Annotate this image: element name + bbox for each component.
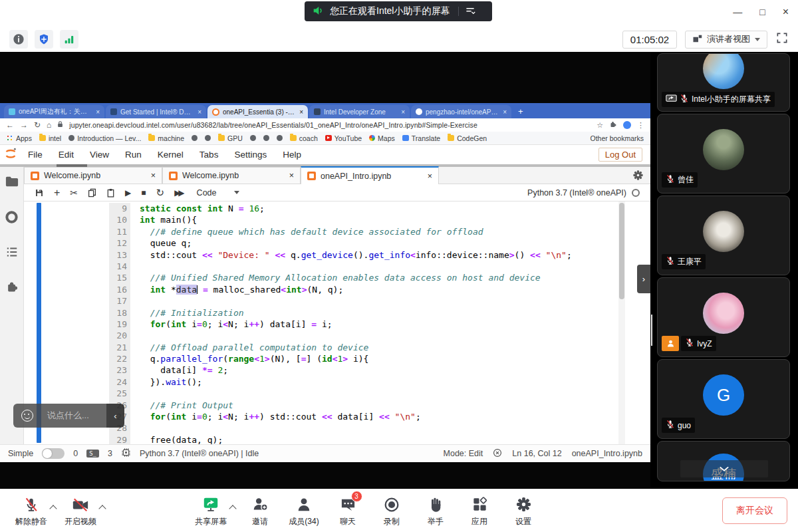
close-tab-icon[interactable]: × [198, 108, 201, 116]
toolbar-record-button[interactable]: 录制 [372, 495, 411, 527]
simple-mode-toggle[interactable] [42, 448, 65, 459]
star-icon[interactable]: ☆ [597, 121, 603, 130]
menu-dots-icon[interactable]: ⋮ [637, 121, 644, 130]
emoji-icon[interactable] [21, 410, 33, 422]
restart-icon[interactable]: ↻ [156, 187, 165, 199]
bookmark-item[interactable]: Maps [369, 134, 395, 142]
notebook-tab[interactable]: Welcome.ipynb× [24, 167, 162, 184]
close-button[interactable]: × [783, 6, 789, 18]
kernel-name[interactable]: Python 3.7 (Intel® oneAPI) [527, 188, 640, 198]
maximize-button[interactable]: □ [759, 7, 765, 17]
bookmark-item[interactable] [192, 135, 198, 141]
menu-file[interactable]: File [20, 150, 51, 160]
other-bookmarks[interactable]: Other bookmarks [590, 134, 644, 142]
save-icon[interactable] [35, 188, 44, 198]
bookmark-item[interactable] [250, 135, 256, 141]
close-tab-icon[interactable]: × [401, 108, 405, 116]
browser-tab[interactable]: pengzhao-intel/oneAPI_course:× [411, 105, 511, 118]
toolbar-video-button[interactable]: 开启视频 [61, 495, 100, 527]
file-browser-icon[interactable] [5, 175, 19, 191]
toolbar-members-button[interactable]: 成员(34) [285, 495, 323, 527]
bookmark-item[interactable] [205, 135, 211, 141]
logout-button[interactable]: Log Out [598, 148, 642, 162]
extensions-icon[interactable] [609, 120, 617, 130]
url-text[interactable]: jupyter.oneapi.devcloud.intel.com/user/u… [69, 121, 477, 129]
paste-icon[interactable] [106, 188, 115, 198]
new-tab-button[interactable]: + [518, 106, 523, 116]
right-panel-expander[interactable]: › [637, 265, 650, 293]
menu-help[interactable]: Help [275, 150, 309, 160]
reload-icon[interactable]: ↻ [34, 120, 41, 130]
notifications-icon[interactable] [493, 448, 502, 460]
close-tab-icon[interactable]: × [151, 171, 156, 180]
shield-plus-icon[interactable] [35, 30, 53, 49]
settings-gear-icon[interactable] [632, 170, 644, 184]
bookmark-item[interactable]: machine [148, 134, 184, 142]
bookmark-item[interactable]: Translate [402, 134, 440, 142]
menu-run[interactable]: Run [117, 150, 150, 160]
bookmark-item[interactable]: GPU [218, 134, 243, 142]
scroll-more-indicator[interactable] [680, 460, 768, 477]
toolbar-invite-button[interactable]: 邀请 [241, 495, 279, 527]
bookmark-item[interactable] [277, 135, 283, 141]
notebook-tab[interactable]: oneAPI_Intro.ipynb× [301, 166, 439, 184]
chat-collapse-button[interactable]: ‹ [106, 404, 124, 428]
home-icon[interactable]: ⌂ [47, 120, 51, 130]
back-icon[interactable]: ← [6, 120, 14, 130]
menu-kernel[interactable]: Kernel [150, 150, 192, 160]
cut-icon[interactable]: ✂ [70, 188, 78, 198]
close-tab-icon[interactable]: × [503, 108, 507, 116]
toolbar-chat-button[interactable]: 3聊天 [329, 495, 367, 527]
close-tab-icon[interactable]: × [428, 172, 432, 181]
bookmark-item[interactable]: coach [290, 134, 318, 142]
vertical-scrollbar-thumb[interactable] [619, 203, 624, 299]
cell-type-dropdown[interactable]: Code [197, 188, 239, 198]
stop-icon[interactable]: ■ [141, 188, 146, 198]
browser-tab[interactable]: Get Started | Intel® DevCloud× [106, 105, 206, 118]
toolbar-mute-button[interactable]: 解除静音 [12, 495, 51, 527]
view-mode-select[interactable]: 演讲者视图 [685, 31, 767, 49]
info-icon[interactable] [9, 30, 28, 49]
participant-tile[interactable]: 曾佳 [657, 114, 790, 194]
run-all-icon[interactable]: ▶▶ [174, 188, 182, 198]
participant-tile[interactable]: Intel小助手的屏幕共享 [657, 53, 790, 112]
browser-tab[interactable]: Intel Developer Zone× [309, 105, 410, 118]
bookmark-item[interactable]: YouTube [325, 134, 362, 142]
leave-meeting-button[interactable]: 离开会议 [722, 497, 787, 524]
commands-list-icon[interactable] [5, 246, 19, 261]
chat-input[interactable]: 说点什么... [13, 404, 106, 428]
extensions-puzzle-icon[interactable] [5, 280, 19, 296]
toolbar-share-button[interactable]: 共享屏幕 [192, 495, 230, 527]
bookmark-item[interactable]: CodeGen [448, 134, 487, 142]
fullscreen-icon[interactable] [775, 31, 789, 47]
notebook-tab[interactable]: Welcome.ipynb× [162, 167, 301, 184]
close-tab-icon[interactable]: × [299, 108, 303, 116]
participant-tile[interactable]: 王康平 [657, 196, 790, 275]
bookmark-item[interactable]: Apps [7, 134, 32, 142]
profile-avatar[interactable] [623, 121, 631, 129]
participant-tile[interactable]: 盛楠 [657, 441, 790, 481]
chevron-up-icon[interactable] [49, 505, 57, 512]
chevron-up-icon[interactable] [229, 505, 236, 512]
menu-settings[interactable]: Settings [226, 150, 275, 160]
running-kernels-icon[interactable] [5, 210, 19, 227]
browser-tab[interactable]: oneAPI周边有礼：关卡1介绍_哔× [4, 105, 104, 118]
run-icon[interactable]: ▶ [125, 188, 131, 198]
toolbar-apps-button[interactable]: 应用 [460, 495, 499, 527]
bookmark-item[interactable] [263, 135, 269, 141]
add-cell-icon[interactable]: + [54, 187, 60, 199]
participant-tile[interactable]: Gguo [657, 359, 790, 439]
toolbar-hand-button[interactable]: 举手 [416, 495, 455, 527]
toolbar-settings-button[interactable]: 设置 [504, 495, 543, 527]
menu-edit[interactable]: Edit [51, 150, 82, 160]
minimize-button[interactable]: — [733, 7, 742, 17]
kernel-state-label[interactable]: Python 3.7 (Intel® oneAPI) | Idle [140, 449, 259, 458]
close-tab-icon[interactable]: × [96, 108, 100, 116]
menu-view[interactable]: View [82, 150, 117, 160]
cursor-position-label[interactable]: Ln 16, Col 12 [512, 449, 561, 458]
chevron-up-icon[interactable] [98, 505, 106, 512]
close-tab-icon[interactable]: × [289, 171, 294, 180]
bookmark-item[interactable]: intel [39, 134, 61, 142]
browser-tab[interactable]: oneAPI_Essentia (3) - JupyterLab× [207, 105, 308, 118]
copy-icon[interactable] [88, 188, 96, 198]
